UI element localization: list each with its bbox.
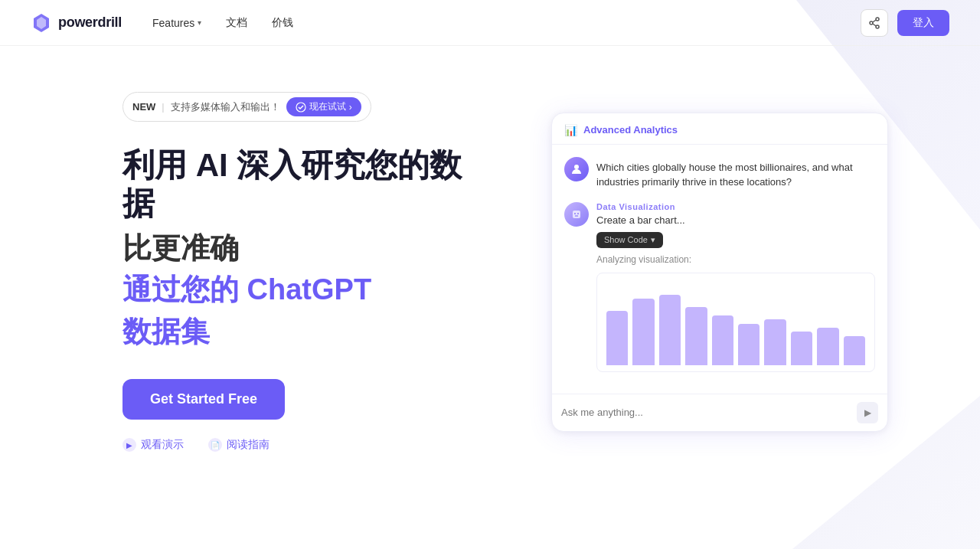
chat-header-title: Advanced Analytics [583, 124, 678, 136]
bar-8 [791, 332, 812, 364]
svg-line-5 [873, 20, 876, 22]
user-icon [570, 163, 583, 175]
user-avatar [564, 157, 589, 181]
hero-subtitle-line3: 数据集 [122, 312, 490, 351]
share-icon [868, 17, 880, 29]
read-guide-link[interactable]: 📄 阅读指南 [208, 438, 270, 452]
chat-input[interactable] [561, 407, 851, 418]
bar-2 [632, 299, 654, 364]
send-icon: ▶ [864, 407, 871, 418]
logo[interactable]: powerdrill [31, 12, 122, 34]
svg-point-4 [876, 25, 879, 28]
nav-links: Features ▾ 文档 价钱 [152, 16, 861, 30]
hero-subtitle-line1: 比更准确 [122, 230, 490, 267]
badge-separator: | [162, 101, 164, 113]
logo-icon [31, 12, 52, 34]
hero-right: 📊 Advanced Analytics Which cities global… [551, 113, 888, 432]
check-icon [296, 102, 306, 113]
logo-text: powerdrill [58, 15, 122, 31]
svg-point-2 [876, 18, 879, 21]
try-now-button[interactable]: 现在试试 › [286, 97, 361, 116]
user-message: Which cities globally house the most bil… [564, 157, 875, 190]
analyzing-text: Analyzing visualization: [596, 254, 875, 265]
hero-left: NEW | 支持多媒体输入和输出！ 现在试试 › 利用 AI 深入研究您的数据 … [122, 92, 490, 452]
badge-new-label: NEW [132, 101, 155, 113]
doc-icon: 📄 [208, 438, 222, 452]
secondary-links: ▶ 观看演示 📄 阅读指南 [122, 438, 490, 452]
chat-header: 📊 Advanced Analytics [552, 113, 887, 145]
nav-features[interactable]: Features ▾ [152, 17, 201, 29]
hero-subtitle-line2: 通过您的 ChatGPT [122, 270, 490, 309]
ai-icon [570, 208, 583, 221]
svg-rect-9 [573, 211, 580, 218]
ai-response-text: Create a bar chart... [596, 214, 875, 226]
svg-point-8 [574, 165, 579, 169]
show-code-button[interactable]: Show Code ▾ [596, 232, 663, 248]
bar-9 [817, 328, 838, 365]
main-content: NEW | 支持多媒体输入和输出！ 现在试试 › 利用 AI 深入研究您的数据 … [0, 46, 980, 498]
bar-chart [596, 273, 875, 372]
chat-card: 📊 Advanced Analytics Which cities global… [551, 113, 888, 432]
nav-pricing[interactable]: 价钱 [272, 16, 293, 30]
play-icon: ▶ [122, 438, 136, 452]
data-viz-label: Data Visualization [596, 202, 875, 211]
badge-text: 支持多媒体输入和输出！ [171, 100, 280, 114]
bar-5 [712, 315, 733, 365]
svg-point-11 [577, 213, 579, 214]
chat-input-area: ▶ [552, 394, 887, 431]
get-started-button[interactable]: Get Started Free [122, 379, 285, 420]
analytics-icon: 📊 [564, 124, 577, 136]
login-button[interactable]: 登入 [897, 10, 949, 36]
chat-body: Which cities globally house the most bil… [552, 145, 887, 394]
bar-7 [764, 319, 786, 364]
svg-point-3 [870, 21, 873, 25]
bar-4 [685, 307, 707, 365]
ai-avatar [564, 202, 589, 227]
bar-3 [659, 295, 681, 365]
new-badge: NEW | 支持多媒体输入和输出！ 现在试试 › [122, 92, 371, 122]
bar-10 [844, 336, 865, 365]
watch-demo-link[interactable]: ▶ 观看演示 [122, 438, 184, 452]
chevron-down-icon: ▾ [198, 18, 201, 27]
nav-docs[interactable]: 文档 [226, 16, 247, 30]
svg-point-10 [574, 213, 576, 214]
bar-6 [738, 324, 760, 365]
share-button[interactable] [861, 9, 888, 37]
navbar: powerdrill Features ▾ 文档 价钱 登入 [0, 0, 980, 46]
hero-title: 利用 AI 深入研究您的数据 [122, 146, 490, 224]
user-message-text: Which cities globally house the most bil… [596, 157, 875, 190]
send-button[interactable]: ▶ [857, 402, 878, 423]
bar-1 [606, 311, 628, 364]
ai-response: Data Visualization Create a bar chart...… [564, 202, 875, 372]
chatgpt-highlight: ChatGPT [247, 273, 372, 306]
ai-response-content: Data Visualization Create a bar chart...… [596, 202, 875, 372]
nav-right: 登入 [861, 9, 949, 37]
svg-line-6 [873, 24, 876, 26]
